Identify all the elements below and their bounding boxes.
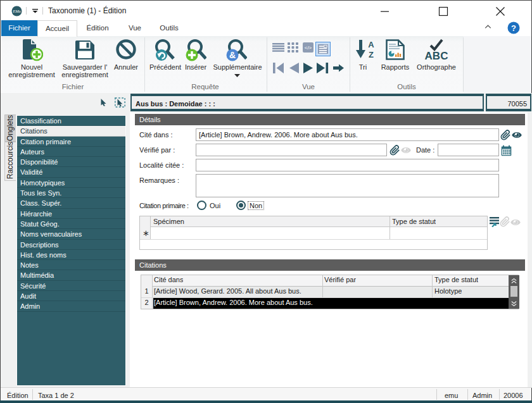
svg-text:ABC: ABC [425,50,448,61]
svg-text:?: ? [511,23,516,33]
svg-text:</>: </> [305,45,312,51]
svg-text:EMu: EMu [12,9,21,13]
svg-text:&: & [229,50,236,60]
svg-text:Z: Z [369,50,374,59]
svg-text:A: A [368,40,374,49]
